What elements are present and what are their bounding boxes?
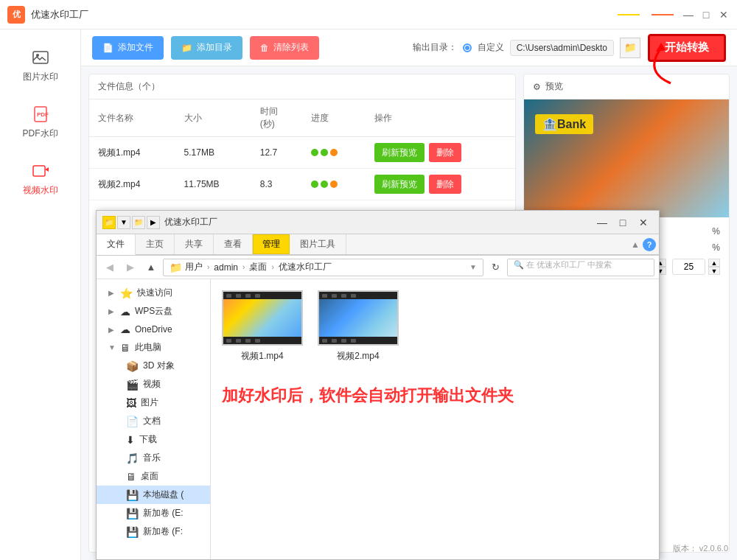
close-button[interactable]: ✕: [718, 9, 730, 21]
list-item[interactable]: 视频1.mp4: [222, 290, 303, 363]
annotation-container: 加好水印后，软件会自动打开输出文件夹: [222, 385, 648, 407]
title-bar-controls: — □ ✕: [615, 9, 730, 21]
explorer-minimize[interactable]: —: [593, 214, 612, 231]
list-item[interactable]: 视频2.mp4: [318, 290, 399, 363]
tree-item-music[interactable]: 🎵 音乐: [97, 449, 210, 467]
file-time-2: 8.3: [251, 169, 302, 200]
file-grid: 视频1.mp4: [222, 290, 648, 363]
delete-2[interactable]: 删除: [429, 175, 461, 194]
ribbon-tab-file[interactable]: 文件: [97, 234, 136, 255]
file-thumbnail-2: [318, 290, 399, 346]
dot-green-1: [311, 149, 318, 156]
back-btn[interactable]: ◀: [101, 259, 119, 276]
tree-label-desktop: 桌面: [141, 470, 158, 483]
clear-list-button[interactable]: 🗑 清除列表: [250, 36, 319, 60]
dropdown-arrow[interactable]: ▼: [469, 263, 477, 271]
tree-item-docs[interactable]: 📄 文档: [97, 412, 210, 430]
more-btn[interactable]: ▶: [147, 216, 160, 229]
search-bar[interactable]: 🔍 在 优速水印工厂 中搜索: [507, 259, 654, 276]
tree-item-pictures[interactable]: 🖼 图片: [97, 393, 210, 412]
forward-btn[interactable]: ▶: [122, 259, 139, 276]
tree-item-wps[interactable]: ▶ ☁ WPS云盘: [97, 302, 210, 321]
collapse-arrow[interactable]: ▲: [631, 239, 640, 250]
output-label: 输出目录：: [413, 41, 457, 54]
version-info: 版本： v2.0.6.0: [673, 543, 728, 554]
search-icon: 🔍: [514, 260, 524, 269]
ribbon-tab-share[interactable]: 共享: [175, 234, 214, 254]
tree-item-local-disk[interactable]: 💾 本地磁盘 (: [97, 486, 210, 504]
file-size-1: 5.17MB: [175, 137, 251, 169]
addr-seg-users: 用户: [185, 261, 203, 273]
gear-icon: ⚙: [533, 82, 541, 92]
ribbon-tab-mgmt[interactable]: 管理: [253, 234, 290, 254]
minimize-button[interactable]: —: [682, 9, 694, 21]
ribbon-tabs: 文件 主页 共享 查看 管理 图片工具 ▲ ?: [97, 234, 659, 255]
browse-button[interactable]: 📁: [620, 38, 640, 58]
address-bar[interactable]: 📁 用户 › admin › 桌面 › 优速水印工厂 ▼: [163, 259, 483, 276]
tree-item-desktop[interactable]: 🖥 桌面: [97, 467, 210, 486]
separator2: [652, 14, 674, 15]
spin-up-2[interactable]: ▲: [708, 259, 720, 267]
tree-item-volume-f[interactable]: 💾 新加卷 (F:: [97, 522, 210, 541]
expand-icon-pc: ▼: [108, 343, 116, 351]
explorer-close[interactable]: ✕: [634, 214, 653, 231]
tree-item-onedrive[interactable]: ▶ ☁ OneDrive: [97, 321, 210, 338]
tree-label-3d: 3D 对象: [143, 360, 175, 372]
down-arrow-btn[interactable]: ▼: [117, 216, 130, 229]
ribbon-right: ▲ ?: [346, 234, 659, 254]
up-btn[interactable]: ▲: [142, 259, 160, 276]
tree-item-volume-e[interactable]: 💾 新加卷 (E:: [97, 504, 210, 522]
spin-down-2[interactable]: ▼: [708, 267, 720, 275]
tree-item-3d[interactable]: 📦 3D 对象: [97, 357, 210, 375]
sidebar-item-video[interactable]: 视频水印: [0, 150, 80, 207]
app-title: 优速水印工厂: [31, 8, 615, 21]
delete-1[interactable]: 删除: [429, 143, 461, 162]
explorer-title-controls: — □ ✕: [593, 214, 653, 231]
col-action: 操作: [366, 99, 516, 137]
explorer-window: 📁 ▼ 📁 ▶ 优速水印工厂 — □ ✕ 文件 主页 共享 查看 管理 图片工具: [96, 210, 660, 560]
tree-label-vol-e: 新加卷 (E:: [143, 507, 184, 519]
sidebar-item-image[interactable]: 图片水印: [0, 37, 80, 94]
file-name-1: 视频1.mp4: [89, 137, 175, 169]
ribbon-tab-view[interactable]: 查看: [214, 234, 253, 254]
tree-item-downloads[interactable]: ⬇ 下载: [97, 430, 210, 449]
refresh-preview-1[interactable]: 刷新预览: [374, 143, 425, 162]
setting-val-1: %: [712, 226, 720, 237]
help-button[interactable]: ?: [643, 238, 656, 251]
output-radio[interactable]: [463, 43, 472, 52]
expand-icon: ▶: [108, 289, 116, 297]
explorer-maximize[interactable]: □: [613, 214, 632, 231]
film-strip-bottom-2: [319, 337, 397, 344]
tree-item-thispc[interactable]: ▼ 🖥 此电脑: [97, 338, 210, 357]
file-progress-1: [302, 137, 366, 169]
image-icon: [30, 47, 51, 68]
tree-item-quick-access[interactable]: ▶ ⭐ 快速访问: [97, 284, 210, 302]
explorer-sidebar: ▶ ⭐ 快速访问 ▶ ☁ WPS云盘 ▶ ☁ OneDrive ▼ 🖥: [97, 279, 211, 559]
add-file-icon: 📄: [102, 43, 113, 53]
ribbon-tab-picture-tools[interactable]: 图片工具: [290, 234, 346, 254]
video-icon: [30, 161, 51, 181]
start-convert-button[interactable]: 开始转换: [648, 34, 726, 62]
refresh-preview-2[interactable]: 刷新预览: [374, 175, 425, 194]
folder-icon-btn[interactable]: 📁: [132, 216, 145, 229]
bank-label: Bank: [557, 118, 586, 130]
file-name-2: 视频2.mp4: [89, 169, 175, 200]
number-input-2[interactable]: [672, 259, 705, 275]
folder-quick-btn[interactable]: 📁: [102, 216, 116, 229]
addr-seg-admin: admin: [214, 262, 238, 273]
tree-label-pics: 图片: [141, 396, 158, 409]
tree-label-od: OneDrive: [135, 324, 172, 335]
nav-refresh-btn[interactable]: ↻: [486, 259, 504, 276]
ribbon-tab-home[interactable]: 主页: [136, 234, 175, 254]
expand-icon-wps: ▶: [108, 307, 116, 315]
sidebar-video-label: 视频水印: [23, 184, 58, 197]
tree-item-videos[interactable]: 🎬 视频: [97, 375, 210, 393]
sidebar: 图片水印 PDF PDF水印 视频水印: [0, 29, 81, 560]
maximize-button[interactable]: □: [700, 9, 712, 21]
file-actions-1: 刷新预览 删除: [366, 137, 516, 169]
add-folder-button[interactable]: 📁 添加目录: [171, 36, 242, 60]
output-section: 输出目录： 自定义 C:\Users\admin\Deskto 📁: [413, 38, 640, 58]
sidebar-item-pdf[interactable]: PDF PDF水印: [0, 94, 80, 150]
file-area: 视频1.mp4: [211, 279, 659, 559]
add-file-button[interactable]: 📄 添加文件: [92, 36, 164, 60]
